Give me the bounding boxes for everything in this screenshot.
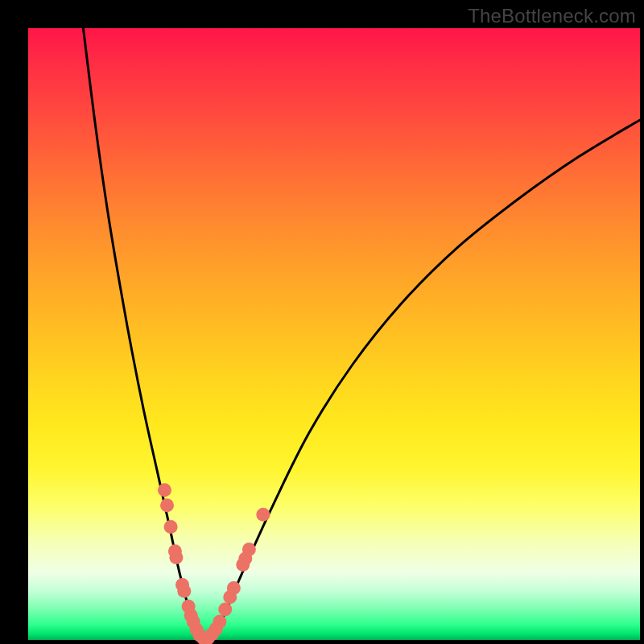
data-marker: [177, 584, 191, 598]
curve-left-branch: [83, 28, 199, 640]
data-marker: [160, 498, 174, 512]
data-marker: [227, 581, 241, 595]
data-marker: [218, 603, 232, 617]
plot-area: [28, 28, 640, 640]
data-marker: [169, 551, 183, 564]
data-marker: [158, 483, 171, 497]
chart-frame: TheBottleneck.com: [0, 0, 644, 644]
data-marker: [242, 543, 256, 556]
data-marker: [213, 615, 226, 629]
curve-layer: [28, 28, 640, 640]
curve-right-branch: [212, 120, 640, 640]
data-marker: [164, 520, 178, 534]
watermark-text: TheBottleneck.com: [468, 5, 636, 27]
data-marker: [256, 508, 270, 522]
